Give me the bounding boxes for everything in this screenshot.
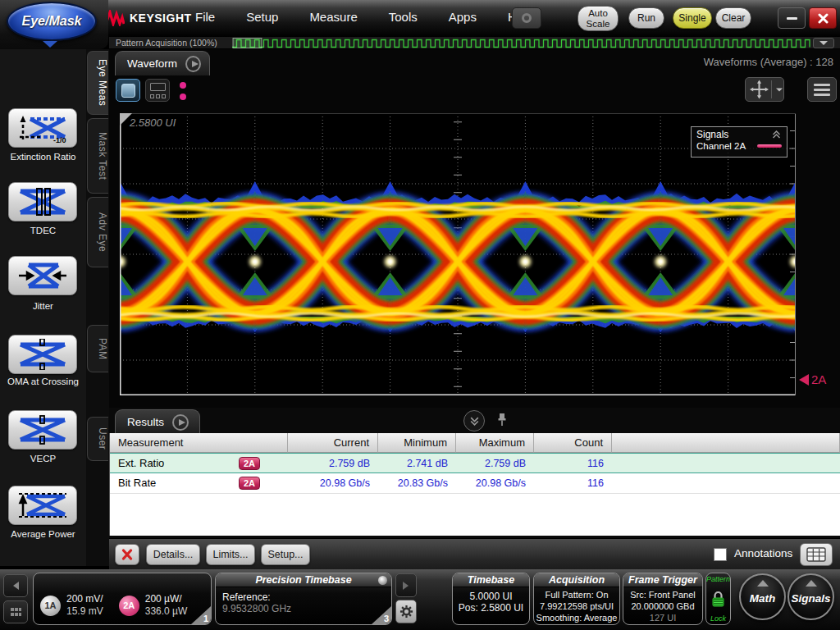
tdec-button[interactable] xyxy=(8,182,77,221)
results-tab[interactable]: Results xyxy=(115,409,200,434)
results-table: Measurement Current Minimum Maximum Coun… xyxy=(109,433,840,536)
extinction-ratio-label: Extinction Ratio xyxy=(0,151,86,162)
delete-measurement-button[interactable] xyxy=(115,544,139,565)
sidebar-tab-pam[interactable]: PAM xyxy=(87,325,108,372)
menu-bar: File Setup Measure Tools Apps Help xyxy=(195,10,533,24)
acquisition-panel[interactable]: Acquisition Full Pattern: On 7.99212598 … xyxy=(533,573,620,625)
results-pin-button[interactable] xyxy=(496,413,508,431)
sidebar-tab-adv-eye[interactable]: Adv Eye xyxy=(87,197,108,267)
header-measurement[interactable]: Measurement xyxy=(110,433,288,453)
timebase-panel[interactable]: Timebase 5.0000 UI Pos: 2.5800 UI xyxy=(452,573,530,625)
pattern-lock-indicator[interactable]: Pattern Lock xyxy=(705,573,731,625)
results-collapse-button[interactable] xyxy=(463,410,485,431)
single-button[interactable]: Single xyxy=(673,7,712,29)
header-minimum[interactable]: Minimum xyxy=(378,433,456,453)
menu-apps[interactable]: Apps xyxy=(449,10,477,24)
average-power-button[interactable] xyxy=(8,486,77,525)
average-power-label: Average Power xyxy=(0,528,86,540)
signals-button[interactable]: Signals xyxy=(788,573,834,620)
annotations-checkbox[interactable] xyxy=(714,548,727,561)
header-maximum[interactable]: Maximum xyxy=(456,433,534,453)
eye-diagram-display[interactable]: 2.5800 UI Signals Channel 2A xyxy=(120,113,796,395)
menu-setup[interactable]: Setup xyxy=(246,10,278,24)
run-button[interactable]: Run xyxy=(628,7,664,29)
details-button[interactable]: Details... xyxy=(146,544,200,565)
green-padlock-icon xyxy=(710,591,726,607)
row-spacer xyxy=(612,454,840,473)
panel-next-button[interactable] xyxy=(395,573,417,597)
channel-1a-badge[interactable]: 1A xyxy=(40,596,61,616)
menu-file[interactable]: File xyxy=(195,10,215,24)
precision-timebase-page-number: 3 xyxy=(384,614,389,623)
display-menu-button[interactable] xyxy=(807,77,837,102)
oma-at-crossing-label: OMA at Crossing xyxy=(0,376,86,387)
math-popup-icon xyxy=(757,580,769,587)
frame-trigger-panel[interactable]: Frame Trigger Src: Front Panel 20.000000… xyxy=(623,573,703,625)
pan-tool-button[interactable] xyxy=(745,77,784,102)
pan-dropdown-icon[interactable] xyxy=(776,88,783,91)
split-view-sq1 xyxy=(150,94,154,98)
channel-2a-badge[interactable]: 2A xyxy=(119,596,139,616)
signals-legend[interactable]: Signals Channel 2A xyxy=(691,126,788,158)
close-button[interactable] xyxy=(809,7,837,29)
value-current: 20.98 Gb/s xyxy=(288,473,378,493)
autoscale-button[interactable]: Auto Scale xyxy=(578,6,619,31)
extinction-ratio-button[interactable]: -1/0 xyxy=(8,108,77,148)
signals-label: Signals xyxy=(791,592,830,605)
screenshot-button[interactable] xyxy=(512,7,541,29)
hamburger-icon-bar3 xyxy=(814,94,830,96)
menu-tools[interactable]: Tools xyxy=(389,10,418,24)
table-row-bit-rate[interactable]: Bit Rate 2A 20.98 Gb/s 20.83 Gb/s 20.98 … xyxy=(110,473,840,494)
clear-button[interactable]: Clear xyxy=(715,7,751,29)
channel-2a-offset: 336.0 µW xyxy=(145,605,188,618)
oma-at-crossing-button[interactable] xyxy=(8,335,77,374)
setup-button[interactable]: Setup... xyxy=(261,544,310,565)
waveform-workspace: Waveform Waveforms (Average) : 128 xyxy=(109,49,840,408)
split-view-button[interactable] xyxy=(145,79,170,102)
minimize-button[interactable] xyxy=(778,7,806,29)
waveform-tab-play-icon[interactable] xyxy=(185,56,201,72)
vecp-icon xyxy=(17,414,68,445)
keysight-brand: KEYSIGHT xyxy=(105,10,192,26)
menu-measure[interactable]: Measure xyxy=(309,10,357,24)
vecp-button[interactable] xyxy=(8,410,77,450)
brand-name: KEYSIGHT xyxy=(130,11,192,25)
table-layout-button[interactable] xyxy=(800,543,833,566)
channel-2a-level-marker[interactable]: 2A xyxy=(799,372,826,386)
sidebar-tab-mask-test[interactable]: Mask Test xyxy=(87,118,108,194)
channel-2a-settings: 200 µW/ 336.0 µW xyxy=(145,593,188,618)
table-row-ext-ratio[interactable]: Ext. Ratio 2A 2.759 dB 2.741 dB 2.759 dB… xyxy=(110,453,840,473)
marker-label: 2A xyxy=(811,372,826,386)
mode-logo[interactable]: Eye/Mask xyxy=(7,2,97,41)
status-bar: 1A 200 mV/ 15.9 mV 2A 200 µW/ 336.0 µW 1… xyxy=(0,569,840,630)
single-view-button[interactable] xyxy=(116,79,140,102)
precision-timebase-header: Precision Timebase xyxy=(216,573,391,587)
acquisition-line2: 7.99212598 pts/UI xyxy=(534,600,619,612)
acquisition-dropdown-button[interactable] xyxy=(813,38,834,48)
legend-collapse-icon[interactable] xyxy=(771,130,782,139)
row-label: Ext. Ratio xyxy=(118,457,164,469)
channels-panel[interactable]: 1A 200 mV/ 15.9 mV 2A 200 µW/ 336.0 µW 1 xyxy=(33,573,212,625)
results-tab-play-icon[interactable] xyxy=(172,414,189,431)
sidebar-tab-user[interactable]: User xyxy=(87,417,108,461)
header-current[interactable]: Current xyxy=(288,433,378,453)
close-icon xyxy=(818,13,829,24)
legend-title: Signals xyxy=(696,129,728,140)
sidebar-tab-eye-meas[interactable]: Eye Meas xyxy=(87,51,108,115)
jitter-button[interactable] xyxy=(8,256,77,295)
channels-page-number: 1 xyxy=(203,614,208,623)
settings-button[interactable] xyxy=(395,600,417,623)
header-spacer xyxy=(612,433,840,453)
limits-button[interactable]: Limits... xyxy=(206,544,255,565)
reference-label: Reference: xyxy=(216,591,391,603)
precision-timebase-panel[interactable]: Precision Timebase Reference: 9.9532800 … xyxy=(215,573,392,625)
channel-grid-button[interactable] xyxy=(3,600,28,623)
waveform-tab[interactable]: Waveform xyxy=(115,51,210,75)
timebase-scale: 5.0000 UI xyxy=(453,591,529,602)
grid-dots-icon xyxy=(10,607,21,617)
pattern-acquisition-label: Pattern Acquisition (100%) xyxy=(116,38,217,48)
camera-icon xyxy=(522,13,532,23)
channel-page-prev-button[interactable] xyxy=(3,574,28,597)
math-button[interactable]: Math xyxy=(739,573,786,620)
header-count[interactable]: Count xyxy=(534,433,612,453)
